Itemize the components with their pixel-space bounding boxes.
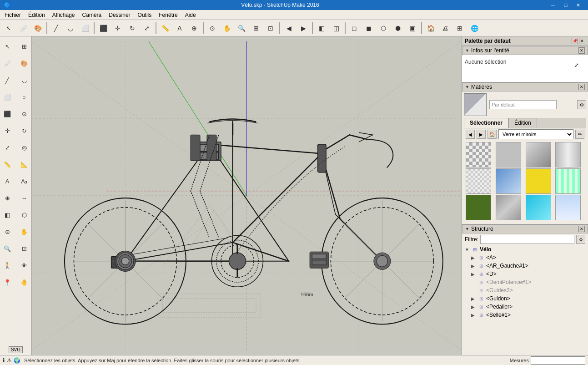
- tab-edition[interactable]: Édition: [508, 118, 537, 128]
- mat-home-btn[interactable]: 🏠: [487, 130, 497, 139]
- tool-walktrough[interactable]: 🚶: [0, 257, 15, 274]
- tool-section2[interactable]: ◧: [0, 207, 15, 223]
- tool-follow[interactable]: ⊙: [16, 106, 32, 122]
- toolbar-zoomwin[interactable]: ⊞: [249, 21, 263, 35]
- tool-paint2[interactable]: 🎨: [16, 55, 32, 71]
- toolbar-scale[interactable]: ⤢: [140, 21, 154, 35]
- toolbar-line[interactable]: ╱: [49, 21, 63, 35]
- mat-cell-12[interactable]: [555, 195, 581, 220]
- tree-toggle-a[interactable]: ▶: [471, 255, 477, 260]
- toolbar-styles4[interactable]: ⬢: [391, 21, 405, 35]
- toolbar-axes[interactable]: ⊕: [187, 21, 201, 35]
- mat-cell-10[interactable]: [496, 195, 521, 220]
- toolbar-pan[interactable]: ✋: [220, 21, 234, 35]
- tree-item-guidon[interactable]: ▶ ⊞ <Guidon>: [462, 294, 588, 303]
- tool-eraser2[interactable]: 🩹: [0, 55, 15, 71]
- tree-item-pedalier[interactable]: ▶ ⊞ <Pedalier>: [462, 303, 588, 311]
- menu-camera[interactable]: Caméra: [79, 10, 106, 20]
- menu-aide[interactable]: Aide: [181, 10, 200, 20]
- menu-edition[interactable]: Édition: [25, 10, 49, 20]
- panel-close-button[interactable]: ✕: [579, 38, 585, 44]
- toolbar-styles3[interactable]: ⬡: [377, 21, 390, 35]
- tool-position[interactable]: 📍: [0, 274, 15, 290]
- toolbar-something[interactable]: ⊞: [453, 21, 467, 35]
- viewport[interactable]: 166m: [32, 36, 462, 355]
- tool-zoom2[interactable]: 🔍: [0, 240, 15, 257]
- tool-lookaround[interactable]: 👁: [16, 257, 32, 274]
- toolbar-globe[interactable]: 🌐: [467, 21, 481, 35]
- toolbar-zoom[interactable]: 🔍: [235, 21, 248, 35]
- toolbar-styles5[interactable]: ▣: [406, 21, 419, 35]
- mat-cell-9[interactable]: [466, 195, 491, 220]
- tool-protractor[interactable]: 📐: [16, 156, 32, 172]
- maximize-button[interactable]: □: [560, 1, 572, 9]
- svg-label[interactable]: SVG: [9, 346, 23, 353]
- tree-item-guides3[interactable]: ⊞ <Guides3>: [462, 286, 588, 294]
- toolbar-paint[interactable]: 🎨: [31, 21, 45, 35]
- mat-cell-5[interactable]: [466, 168, 491, 194]
- measurements-input[interactable]: [531, 356, 585, 365]
- menu-fenetre[interactable]: Fenêtre: [155, 10, 181, 20]
- tool-orbit2[interactable]: ⊙: [0, 223, 15, 240]
- toolbar-orbit[interactable]: ⊙: [206, 21, 219, 35]
- toolbar-eraser[interactable]: 🩹: [16, 21, 30, 35]
- toolbar-component[interactable]: 🏠: [424, 21, 437, 35]
- mat-cell-7[interactable]: [526, 168, 551, 194]
- toolbar-arc[interactable]: ◡: [64, 21, 77, 35]
- tool-tape2[interactable]: 📏: [0, 156, 15, 172]
- tree-item-velo[interactable]: ▼ ⊞ Vélo: [462, 245, 588, 253]
- tool-push2[interactable]: ⬛: [0, 106, 15, 122]
- tree-toggle-guidon[interactable]: ▶: [471, 296, 477, 301]
- tool-zoomext[interactable]: ⊡: [16, 240, 32, 257]
- mat-cell-8[interactable]: [555, 168, 581, 194]
- tree-toggle-d[interactable]: ▶: [471, 272, 477, 277]
- filter-options-btn[interactable]: ⚙: [576, 235, 585, 244]
- entity-expand-icon[interactable]: ⤢: [574, 62, 579, 68]
- mat-cell-4[interactable]: [555, 142, 581, 167]
- menu-affichage[interactable]: Affichage: [49, 10, 79, 20]
- panel-pin-button[interactable]: 📌: [572, 38, 578, 44]
- menu-dessiner[interactable]: Dessiner: [105, 10, 134, 20]
- tool-component-select[interactable]: ⊞: [16, 38, 32, 55]
- mat-category-dropdown[interactable]: Verre et miroirs: [498, 129, 573, 139]
- toolbar-select[interactable]: ↖: [2, 21, 15, 35]
- structure-section-header[interactable]: ▼ Structure ✕: [462, 224, 588, 233]
- tool-dimensions[interactable]: ↔: [16, 190, 32, 206]
- tool-rect[interactable]: ⬜: [0, 89, 15, 105]
- status-icon-info[interactable]: ℹ: [3, 357, 5, 364]
- mat-cell-11[interactable]: [526, 195, 551, 220]
- tool-something2[interactable]: ⬡: [16, 207, 32, 223]
- toolbar-display[interactable]: ◫: [329, 21, 343, 35]
- mat-search-input[interactable]: [489, 100, 557, 109]
- tool-line2[interactable]: ╱: [0, 72, 15, 88]
- mat-options-btn[interactable]: ⚙: [577, 100, 586, 109]
- tool-select[interactable]: ↖: [0, 38, 15, 55]
- menu-outils[interactable]: Outils: [134, 10, 156, 20]
- toolbar-tape[interactable]: 📏: [158, 21, 172, 35]
- mat-cell-1[interactable]: [466, 142, 491, 167]
- tree-item-ar-gauche[interactable]: ▶ ⊞ <AR_Gauche#1>: [462, 262, 588, 270]
- toolbar-prev-view[interactable]: ◀: [282, 21, 296, 35]
- tool-hand[interactable]: 🤚: [16, 274, 32, 290]
- tree-item-demipotence[interactable]: ⊞ <DemiPotence#1>: [462, 278, 588, 286]
- tree-toggle-velo[interactable]: ▼: [465, 247, 471, 252]
- mat-cell-2[interactable]: [496, 142, 521, 167]
- toolbar-move[interactable]: ✛: [111, 21, 125, 35]
- status-icon-geo[interactable]: 🌍: [14, 357, 20, 364]
- entity-info-section-header[interactable]: ▼ Infos sur l'entité ✕: [462, 46, 588, 55]
- mat-forward-btn[interactable]: ▶: [477, 130, 486, 139]
- tree-toggle-ar-gauche[interactable]: ▶: [471, 264, 477, 269]
- toolbar-styles2[interactable]: ◼: [362, 21, 376, 35]
- mat-edit-btn[interactable]: ✏: [575, 130, 584, 139]
- tree-item-d[interactable]: ▶ ⊞ <D>: [462, 270, 588, 278]
- close-button[interactable]: ✕: [573, 1, 584, 9]
- status-icon-warning[interactable]: ⚠: [7, 357, 12, 364]
- materials-section-header[interactable]: ▼ Matières ✕: [462, 82, 588, 91]
- tab-selectionner[interactable]: Sélectionner: [464, 118, 508, 128]
- tool-arc2[interactable]: ◡: [16, 72, 32, 88]
- tool-scale2[interactable]: ⤢: [0, 139, 15, 156]
- toolbar-zoomfit[interactable]: ⊡: [264, 21, 277, 35]
- tool-text2[interactable]: A: [0, 173, 15, 189]
- structure-close-btn[interactable]: ✕: [578, 226, 585, 232]
- mat-back-btn[interactable]: ◀: [466, 130, 475, 139]
